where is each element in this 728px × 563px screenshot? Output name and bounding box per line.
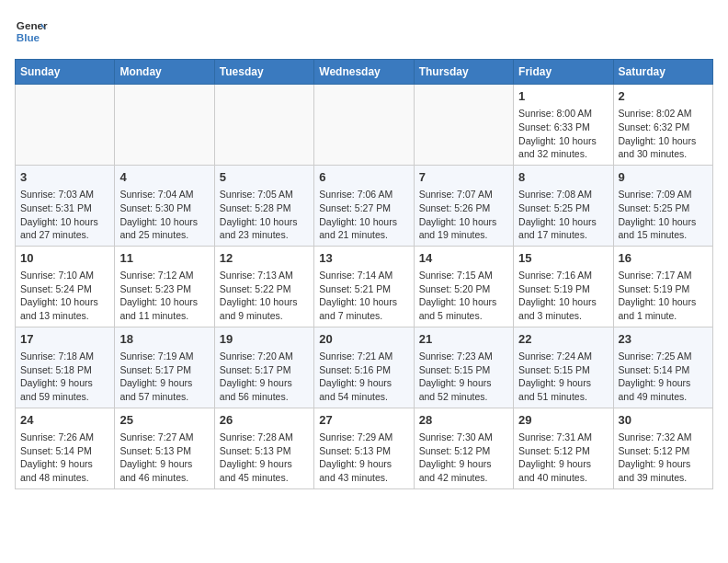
day-info-line: and 13 minutes. (20, 309, 109, 323)
day-info-line: Sunrise: 7:08 AM (518, 188, 608, 201)
day-info-line: Daylight: 10 hours (518, 215, 608, 229)
day-number: 26 (220, 412, 309, 429)
svg-text:Blue: Blue (17, 31, 40, 43)
day-info-line: Daylight: 10 hours (220, 215, 309, 229)
day-info-line: Daylight: 9 hours (619, 376, 708, 390)
calendar-cell: 27Sunrise: 7:29 AMSunset: 5:13 PMDayligh… (314, 408, 414, 488)
day-info-line: and 27 minutes. (20, 228, 109, 242)
week-row-1: 3Sunrise: 7:03 AMSunset: 5:31 PMDaylight… (16, 165, 713, 246)
calendar-cell: 26Sunrise: 7:28 AMSunset: 5:13 PMDayligh… (214, 408, 313, 488)
calendar-cell: 1Sunrise: 8:00 AMSunset: 6:33 PMDaylight… (514, 85, 613, 166)
day-info-line: Daylight: 10 hours (20, 215, 109, 229)
calendar-cell: 24Sunrise: 7:26 AMSunset: 5:14 PMDayligh… (16, 408, 115, 488)
calendar-cell: 5Sunrise: 7:05 AMSunset: 5:28 PMDaylight… (214, 165, 313, 246)
day-info-line: Sunset: 5:16 PM (319, 363, 408, 377)
day-info-line: and 59 minutes. (20, 390, 109, 404)
day-info-line: Sunset: 5:13 PM (319, 444, 408, 458)
calendar-cell: 8Sunrise: 7:08 AMSunset: 5:25 PMDaylight… (514, 165, 613, 246)
calendar-cell (115, 85, 214, 166)
day-info-line: Daylight: 9 hours (419, 457, 508, 471)
day-number: 5 (220, 169, 309, 186)
svg-text:General: General (17, 19, 48, 31)
day-info-line: and 54 minutes. (319, 390, 408, 404)
day-info-line: Daylight: 9 hours (220, 376, 309, 390)
calendar-cell: 20Sunrise: 7:21 AMSunset: 5:16 PMDayligh… (314, 327, 414, 408)
day-info-line: Daylight: 9 hours (319, 376, 408, 390)
day-number: 7 (419, 169, 508, 186)
day-info-line: Sunset: 5:25 PM (619, 201, 708, 215)
calendar-cell: 22Sunrise: 7:24 AMSunset: 5:15 PMDayligh… (514, 327, 613, 408)
day-info-line: Sunset: 5:15 PM (518, 363, 608, 377)
calendar-cell: 21Sunrise: 7:23 AMSunset: 5:15 PMDayligh… (414, 327, 513, 408)
calendar-cell: 30Sunrise: 7:32 AMSunset: 5:12 PMDayligh… (613, 408, 712, 488)
day-info-line: Sunrise: 7:18 AM (20, 350, 109, 363)
day-info-line: Sunrise: 7:13 AM (220, 269, 309, 282)
week-row-4: 24Sunrise: 7:26 AMSunset: 5:14 PMDayligh… (16, 408, 713, 488)
calendar-cell: 7Sunrise: 7:07 AMSunset: 5:26 PMDaylight… (414, 165, 513, 246)
day-number: 11 (119, 250, 209, 267)
calendar-cell: 19Sunrise: 7:20 AMSunset: 5:17 PMDayligh… (214, 327, 313, 408)
day-info-line: Daylight: 10 hours (119, 295, 209, 309)
day-info-line: Daylight: 10 hours (419, 295, 508, 309)
day-info-line: Sunset: 5:26 PM (419, 201, 508, 215)
day-info-line: and 1 minute. (619, 309, 708, 323)
day-info-line: and 52 minutes. (419, 390, 508, 404)
day-number: 27 (319, 412, 408, 429)
calendar-cell: 9Sunrise: 7:09 AMSunset: 5:25 PMDaylight… (613, 165, 712, 246)
calendar-cell: 2Sunrise: 8:02 AMSunset: 6:32 PMDaylight… (613, 85, 712, 166)
day-info-line: Sunrise: 7:06 AM (319, 188, 408, 201)
day-number: 19 (220, 331, 309, 348)
day-info-line: Sunset: 5:30 PM (119, 201, 209, 215)
day-info-line: Daylight: 10 hours (518, 134, 608, 148)
day-number: 12 (220, 250, 309, 267)
day-info-line: Sunset: 6:33 PM (518, 121, 608, 134)
day-info-line: Sunrise: 7:16 AM (518, 269, 608, 282)
day-number: 1 (518, 88, 608, 105)
day-number: 23 (619, 331, 708, 348)
day-info-line: Sunrise: 8:02 AM (619, 107, 708, 121)
day-info-line: Daylight: 9 hours (119, 457, 209, 471)
day-info-line: and 49 minutes. (619, 390, 708, 404)
day-number: 14 (419, 250, 508, 267)
day-info-line: and 32 minutes. (518, 147, 608, 161)
day-info-line: Sunset: 5:12 PM (619, 444, 708, 458)
day-info-line: Sunset: 5:28 PM (220, 201, 309, 215)
day-info-line: Sunrise: 7:19 AM (119, 350, 209, 363)
calendar-table: SundayMondayTuesdayWednesdayThursdayFrid… (15, 59, 713, 489)
day-info-line: Sunset: 5:21 PM (319, 282, 408, 296)
day-info-line: and 25 minutes. (119, 228, 209, 242)
day-number: 21 (419, 331, 508, 348)
day-info-line: and 3 minutes. (518, 309, 608, 323)
weekday-header-tuesday: Tuesday (214, 60, 313, 85)
day-number: 4 (119, 169, 209, 186)
day-info-line: Daylight: 10 hours (619, 134, 708, 148)
week-row-0: 1Sunrise: 8:00 AMSunset: 6:33 PMDaylight… (16, 85, 713, 166)
day-info-line: Sunrise: 7:14 AM (319, 269, 408, 282)
day-info-line: and 57 minutes. (119, 390, 209, 404)
day-number: 28 (419, 412, 508, 429)
day-info-line: Daylight: 9 hours (518, 376, 608, 390)
day-info-line: and 56 minutes. (220, 390, 309, 404)
week-row-3: 17Sunrise: 7:18 AMSunset: 5:18 PMDayligh… (16, 327, 713, 408)
day-info-line: Sunset: 5:13 PM (119, 444, 209, 458)
weekday-header-sunday: Sunday (16, 60, 115, 85)
day-info-line: Daylight: 9 hours (619, 457, 708, 471)
day-info-line: Sunrise: 7:29 AM (319, 431, 408, 444)
day-info-line: Sunset: 5:17 PM (220, 363, 309, 377)
day-number: 15 (518, 250, 608, 267)
logo: General Blue (15, 15, 48, 48)
day-info-line: Sunset: 5:23 PM (119, 282, 209, 296)
calendar-cell: 13Sunrise: 7:14 AMSunset: 5:21 PMDayligh… (314, 246, 414, 327)
calendar-cell: 4Sunrise: 7:04 AMSunset: 5:30 PMDaylight… (115, 165, 214, 246)
day-info-line: Daylight: 10 hours (518, 295, 608, 309)
day-info-line: Sunrise: 7:10 AM (20, 269, 109, 282)
calendar-cell (314, 85, 414, 166)
day-info-line: Sunset: 5:12 PM (518, 444, 608, 458)
day-number: 30 (619, 412, 708, 429)
weekday-header-friday: Friday (514, 60, 613, 85)
calendar-cell: 16Sunrise: 7:17 AMSunset: 5:19 PMDayligh… (613, 246, 712, 327)
day-info-line: Daylight: 9 hours (419, 376, 508, 390)
day-info-line: Sunrise: 7:09 AM (619, 188, 708, 201)
day-info-line: Sunset: 5:14 PM (20, 444, 109, 458)
day-info-line: and 45 minutes. (220, 471, 309, 485)
